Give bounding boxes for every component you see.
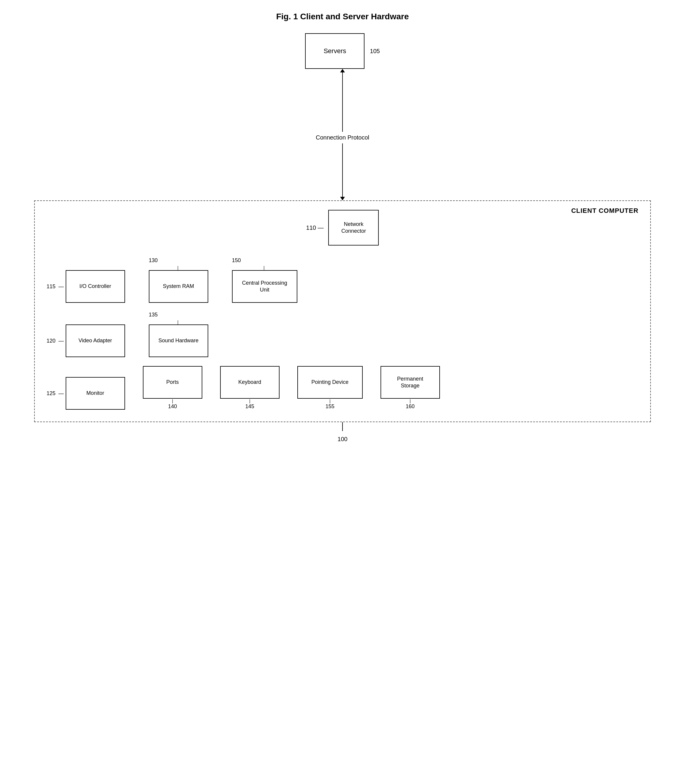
cpu-ref: 150 [232, 258, 241, 264]
servers-arrow-section [340, 69, 345, 132]
cpu-ref-line: | [263, 265, 266, 270]
protocol-label: Connection Protocol [316, 134, 369, 141]
monitor-label: Monitor [86, 390, 104, 397]
component-row-2: 120 — Video Adapter 135 | Sound Hardware [47, 312, 639, 357]
monitor-ref: 125 [47, 390, 55, 397]
keyboard-box: Keyboard [220, 366, 279, 398]
io-ref: 115 [47, 283, 55, 290]
io-controller-block: 115 — I/O Controller [47, 270, 125, 303]
client-label: CLIENT COMPUTER [571, 207, 638, 215]
ports-label: Ports [166, 379, 179, 386]
bottom-ref-section: 100 [338, 422, 347, 442]
bottom-line [342, 422, 343, 431]
ports-ref: 140 [168, 403, 177, 410]
servers-ref: 105 [370, 48, 380, 55]
sound-ref-row: 135 [149, 312, 208, 319]
system-ram-block: 130 | System RAM [149, 258, 208, 303]
page-title: Fig. 1 Client and Server Hardware [276, 12, 409, 21]
video-ref: 120 [47, 338, 55, 344]
cpu-ref-row: 150 [232, 258, 297, 265]
monitor-box: Monitor [66, 377, 125, 410]
sound-hardware-box: Sound Hardware [149, 324, 208, 357]
network-row: 110 — NetworkConnector [306, 210, 379, 246]
diagram-ref-100: 100 [338, 436, 347, 442]
sound-ref: 135 [149, 312, 158, 318]
permanent-storage-label: PermanentStorage [397, 376, 423, 389]
monitor-row: 125 — Monitor [47, 377, 125, 410]
permanent-storage-ref: 160 [406, 403, 415, 410]
system-ram-ref-line: | [177, 265, 180, 270]
network-connector-section: 110 — NetworkConnector [47, 210, 639, 246]
cpu-box: Central ProcessingUnit [232, 270, 297, 303]
keyboard-label: Keyboard [238, 379, 261, 386]
video-adapter-block: 120 — Video Adapter [47, 324, 125, 357]
network-ref-label: 110 — [306, 224, 324, 231]
pointing-device-label: Pointing Device [311, 379, 349, 386]
system-ram-label: System RAM [163, 283, 194, 290]
cpu-block: 150 | Central ProcessingUnit [232, 258, 297, 303]
keyboard-block: Keyboard | 145 [220, 366, 279, 410]
network-connector-label: NetworkConnector [341, 221, 366, 235]
system-ram-ref: 130 [149, 258, 158, 264]
monitor-dash: — [58, 390, 64, 397]
arrow-up-icon [340, 69, 345, 73]
client-computer-box: CLIENT COMPUTER 110 — NetworkConnector 1… [34, 200, 651, 422]
io-dash: — [58, 283, 64, 290]
pointing-device-ref: 155 [326, 403, 334, 410]
top-section: Servers 105 Connection Protocol [18, 33, 667, 200]
sound-hardware-block: 135 | Sound Hardware [149, 312, 208, 357]
pointing-device-box: Pointing Device [297, 366, 363, 398]
video-adapter-box: Video Adapter [66, 324, 125, 357]
component-row-1: 115 — I/O Controller 130 | System RAM [47, 258, 639, 303]
arrow-down-icon [340, 197, 345, 200]
diagram-container: Fig. 1 Client and Server Hardware Server… [18, 12, 667, 442]
servers-label: Servers [323, 47, 346, 55]
ports-box: Ports [143, 366, 202, 398]
io-controller-box: I/O Controller [66, 270, 125, 303]
component-row-3: 125 — Monitor Ports | 140 [47, 366, 639, 410]
io-controller-label: I/O Controller [79, 283, 111, 290]
permanent-storage-block: PermanentStorage | 160 [380, 366, 440, 410]
monitor-block: 125 — Monitor [47, 377, 125, 410]
keyboard-ref: 145 [245, 403, 254, 410]
cpu-label: Central ProcessingUnit [242, 280, 287, 293]
system-ram-box: System RAM [149, 270, 208, 303]
network-connector-box: NetworkConnector [328, 210, 379, 246]
ports-block: Ports | 140 [143, 366, 202, 410]
protocol-section: Connection Protocol [316, 132, 369, 200]
v-connector-mid [342, 143, 343, 197]
video-adapter-label: Video Adapter [78, 337, 112, 344]
permanent-storage-box: PermanentStorage [380, 366, 440, 398]
servers-row: Servers 105 [305, 33, 380, 69]
sound-ref-line: | [177, 319, 180, 324]
sound-hardware-label: Sound Hardware [158, 337, 198, 344]
servers-box: Servers [305, 33, 365, 69]
pointing-device-block: Pointing Device | 155 [297, 366, 363, 410]
video-dash: — [58, 338, 64, 344]
v-connector-top [342, 73, 343, 132]
system-ram-ref-row: 130 [149, 258, 208, 265]
